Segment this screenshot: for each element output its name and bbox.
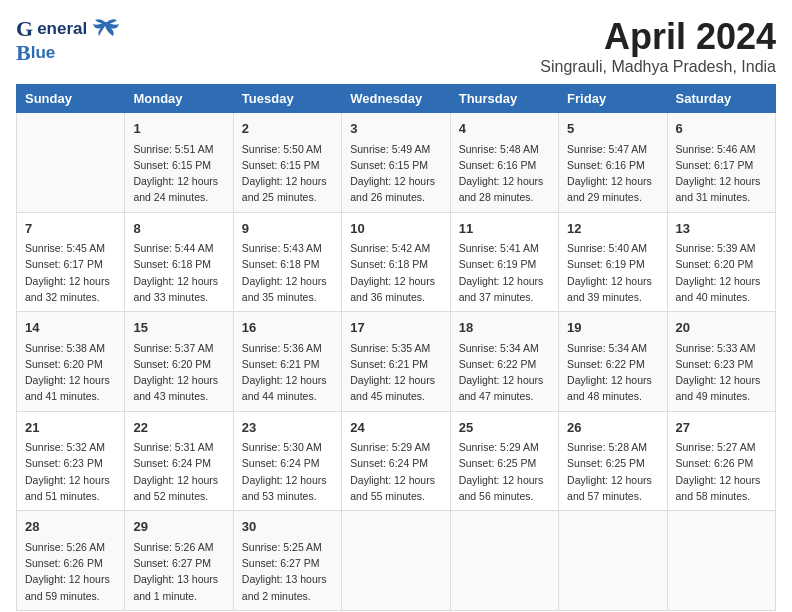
day-cell: 24Sunrise: 5:29 AMSunset: 6:24 PMDayligh… (342, 411, 450, 511)
day-number: 25 (459, 418, 550, 438)
week-row-3: 21Sunrise: 5:32 AMSunset: 6:23 PMDayligh… (17, 411, 776, 511)
week-row-1: 7Sunrise: 5:45 AMSunset: 6:17 PMDaylight… (17, 212, 776, 312)
day-info: Sunrise: 5:27 AMSunset: 6:26 PMDaylight:… (676, 439, 767, 504)
day-number: 2 (242, 119, 333, 139)
day-cell: 2Sunrise: 5:50 AMSunset: 6:15 PMDaylight… (233, 113, 341, 213)
day-info: Sunrise: 5:39 AMSunset: 6:20 PMDaylight:… (676, 240, 767, 305)
week-row-2: 14Sunrise: 5:38 AMSunset: 6:20 PMDayligh… (17, 312, 776, 412)
day-number: 8 (133, 219, 224, 239)
day-info: Sunrise: 5:38 AMSunset: 6:20 PMDaylight:… (25, 340, 116, 405)
day-number: 5 (567, 119, 658, 139)
day-info: Sunrise: 5:49 AMSunset: 6:15 PMDaylight:… (350, 141, 441, 206)
logo-lue-text: lue (31, 43, 56, 63)
day-cell: 29Sunrise: 5:26 AMSunset: 6:27 PMDayligh… (125, 511, 233, 611)
day-cell (450, 511, 558, 611)
day-cell: 14Sunrise: 5:38 AMSunset: 6:20 PMDayligh… (17, 312, 125, 412)
day-cell: 20Sunrise: 5:33 AMSunset: 6:23 PMDayligh… (667, 312, 775, 412)
logo-b-text: B (16, 40, 31, 66)
day-cell: 9Sunrise: 5:43 AMSunset: 6:18 PMDaylight… (233, 212, 341, 312)
day-number: 7 (25, 219, 116, 239)
day-cell: 12Sunrise: 5:40 AMSunset: 6:19 PMDayligh… (559, 212, 667, 312)
day-number: 17 (350, 318, 441, 338)
day-info: Sunrise: 5:45 AMSunset: 6:17 PMDaylight:… (25, 240, 116, 305)
day-number: 12 (567, 219, 658, 239)
day-number: 4 (459, 119, 550, 139)
day-info: Sunrise: 5:25 AMSunset: 6:27 PMDaylight:… (242, 539, 333, 604)
day-info: Sunrise: 5:46 AMSunset: 6:17 PMDaylight:… (676, 141, 767, 206)
logo: G eneral B lue (16, 16, 121, 66)
day-cell: 4Sunrise: 5:48 AMSunset: 6:16 PMDaylight… (450, 113, 558, 213)
day-info: Sunrise: 5:51 AMSunset: 6:15 PMDaylight:… (133, 141, 224, 206)
day-info: Sunrise: 5:35 AMSunset: 6:21 PMDaylight:… (350, 340, 441, 405)
day-info: Sunrise: 5:26 AMSunset: 6:26 PMDaylight:… (25, 539, 116, 604)
day-header-saturday: Saturday (667, 85, 775, 113)
day-cell: 30Sunrise: 5:25 AMSunset: 6:27 PMDayligh… (233, 511, 341, 611)
day-cell: 19Sunrise: 5:34 AMSunset: 6:22 PMDayligh… (559, 312, 667, 412)
day-number: 15 (133, 318, 224, 338)
week-row-0: 1Sunrise: 5:51 AMSunset: 6:15 PMDaylight… (17, 113, 776, 213)
day-cell: 28Sunrise: 5:26 AMSunset: 6:26 PMDayligh… (17, 511, 125, 611)
day-number: 20 (676, 318, 767, 338)
day-cell: 18Sunrise: 5:34 AMSunset: 6:22 PMDayligh… (450, 312, 558, 412)
day-info: Sunrise: 5:48 AMSunset: 6:16 PMDaylight:… (459, 141, 550, 206)
day-number: 26 (567, 418, 658, 438)
day-cell: 21Sunrise: 5:32 AMSunset: 6:23 PMDayligh… (17, 411, 125, 511)
day-cell: 1Sunrise: 5:51 AMSunset: 6:15 PMDaylight… (125, 113, 233, 213)
logo-g-text: G (16, 16, 33, 42)
week-row-4: 28Sunrise: 5:26 AMSunset: 6:26 PMDayligh… (17, 511, 776, 611)
day-number: 13 (676, 219, 767, 239)
header-row: SundayMondayTuesdayWednesdayThursdayFrid… (17, 85, 776, 113)
day-number: 19 (567, 318, 658, 338)
day-info: Sunrise: 5:29 AMSunset: 6:25 PMDaylight:… (459, 439, 550, 504)
day-cell: 23Sunrise: 5:30 AMSunset: 6:24 PMDayligh… (233, 411, 341, 511)
day-number: 24 (350, 418, 441, 438)
day-header-wednesday: Wednesday (342, 85, 450, 113)
day-cell: 22Sunrise: 5:31 AMSunset: 6:24 PMDayligh… (125, 411, 233, 511)
day-cell (559, 511, 667, 611)
calendar-table: SundayMondayTuesdayWednesdayThursdayFrid… (16, 84, 776, 611)
day-header-tuesday: Tuesday (233, 85, 341, 113)
day-info: Sunrise: 5:50 AMSunset: 6:15 PMDaylight:… (242, 141, 333, 206)
day-cell: 25Sunrise: 5:29 AMSunset: 6:25 PMDayligh… (450, 411, 558, 511)
day-info: Sunrise: 5:40 AMSunset: 6:19 PMDaylight:… (567, 240, 658, 305)
day-info: Sunrise: 5:42 AMSunset: 6:18 PMDaylight:… (350, 240, 441, 305)
day-number: 9 (242, 219, 333, 239)
day-cell: 11Sunrise: 5:41 AMSunset: 6:19 PMDayligh… (450, 212, 558, 312)
day-cell: 16Sunrise: 5:36 AMSunset: 6:21 PMDayligh… (233, 312, 341, 412)
day-number: 18 (459, 318, 550, 338)
logo-bird-icon (93, 18, 121, 40)
calendar-subtitle: Singrauli, Madhya Pradesh, India (540, 58, 776, 76)
day-cell: 15Sunrise: 5:37 AMSunset: 6:20 PMDayligh… (125, 312, 233, 412)
day-header-friday: Friday (559, 85, 667, 113)
day-info: Sunrise: 5:37 AMSunset: 6:20 PMDaylight:… (133, 340, 224, 405)
day-cell (667, 511, 775, 611)
day-cell: 26Sunrise: 5:28 AMSunset: 6:25 PMDayligh… (559, 411, 667, 511)
day-cell: 3Sunrise: 5:49 AMSunset: 6:15 PMDaylight… (342, 113, 450, 213)
day-cell: 8Sunrise: 5:44 AMSunset: 6:18 PMDaylight… (125, 212, 233, 312)
day-info: Sunrise: 5:34 AMSunset: 6:22 PMDaylight:… (567, 340, 658, 405)
day-number: 3 (350, 119, 441, 139)
day-cell: 6Sunrise: 5:46 AMSunset: 6:17 PMDaylight… (667, 113, 775, 213)
day-number: 16 (242, 318, 333, 338)
day-number: 22 (133, 418, 224, 438)
calendar-title: April 2024 (540, 16, 776, 58)
day-number: 6 (676, 119, 767, 139)
day-number: 30 (242, 517, 333, 537)
day-info: Sunrise: 5:34 AMSunset: 6:22 PMDaylight:… (459, 340, 550, 405)
day-cell (17, 113, 125, 213)
page-header: G eneral B lue April 2024 Singrauli, Mad… (16, 16, 776, 76)
day-number: 11 (459, 219, 550, 239)
day-info: Sunrise: 5:32 AMSunset: 6:23 PMDaylight:… (25, 439, 116, 504)
day-info: Sunrise: 5:41 AMSunset: 6:19 PMDaylight:… (459, 240, 550, 305)
title-area: April 2024 Singrauli, Madhya Pradesh, In… (540, 16, 776, 76)
day-cell: 17Sunrise: 5:35 AMSunset: 6:21 PMDayligh… (342, 312, 450, 412)
day-info: Sunrise: 5:44 AMSunset: 6:18 PMDaylight:… (133, 240, 224, 305)
day-header-monday: Monday (125, 85, 233, 113)
day-info: Sunrise: 5:47 AMSunset: 6:16 PMDaylight:… (567, 141, 658, 206)
logo-eneral-text: eneral (37, 19, 87, 39)
day-info: Sunrise: 5:33 AMSunset: 6:23 PMDaylight:… (676, 340, 767, 405)
day-number: 14 (25, 318, 116, 338)
day-header-sunday: Sunday (17, 85, 125, 113)
day-cell (342, 511, 450, 611)
day-number: 10 (350, 219, 441, 239)
